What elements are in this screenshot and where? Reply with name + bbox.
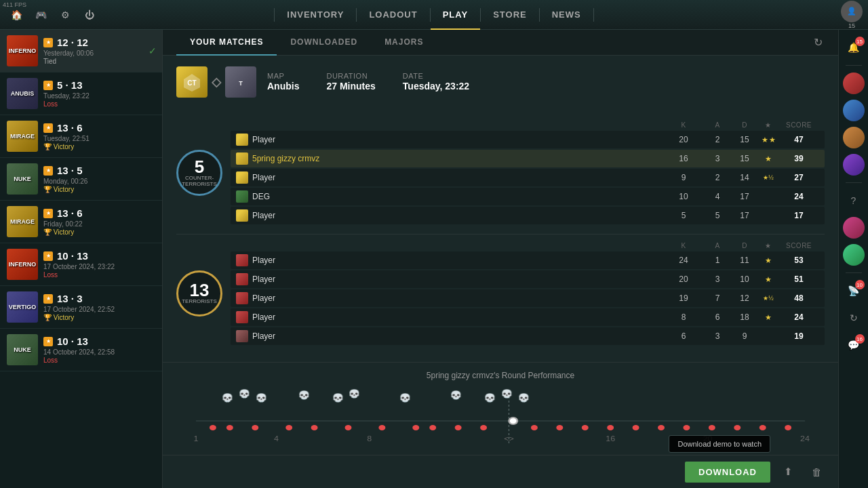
ct-player-3-name: Player [252, 173, 275, 182]
match-item-3[interactable]: MIRAGE ★ 13 · 6 Tuesday, 22:51 🏆 Victory [0, 115, 162, 158]
t-player-5-avatar [236, 330, 248, 342]
t-player-2-name-cell: Player [236, 273, 663, 285]
match-detail-header: CT ◇ T Map Anubis Duration 27 Minutes [163, 56, 838, 119]
team-divider [176, 234, 825, 235]
match-info-7: ★ 13 · 3 17 October 2024, 22:52 🏆 Victor… [43, 293, 155, 321]
match-result-8: Loss [43, 357, 155, 364]
t-player-4-name: Player [252, 312, 275, 322]
nav-news[interactable]: NEWS [540, 0, 593, 30]
ct-p2-stars: ★ [758, 155, 778, 163]
ct-player-row-2[interactable]: 5pring gizzy crmvz 16 3 15 ★ 39 [231, 150, 825, 167]
table-header-t: K A D ★ Score [231, 240, 825, 251]
share-button[interactable]: ⬆ [777, 461, 799, 483]
sidebar-avatar-2[interactable] [842, 98, 866, 123]
ct-player-4-name-cell: DEG [236, 190, 663, 203]
t-player-row-4[interactable]: Player 8 6 18 ★ 24 [231, 308, 825, 326]
ct-p1-a: 2 [704, 135, 731, 144]
message-badge: 16 [855, 334, 865, 344]
power-button[interactable]: ⏻ [79, 4, 100, 26]
tabs-bar: YOUR MATCHES DOWNLOADED MAJORS ↻ [163, 30, 838, 56]
t-player-row-5[interactable]: Player 6 3 9 19 [231, 327, 825, 345]
download-area: Download demo to watch DOWNLOAD ⬆ 🗑 [163, 455, 838, 488]
radio-button[interactable]: 📡 10 [842, 279, 866, 303]
nav-inventory[interactable]: INVENTORY [275, 0, 356, 30]
nav-loadout[interactable]: LOADOUT [357, 0, 429, 30]
match-item-5[interactable]: MIRAGE ★ 13 · 6 Friday, 00:22 🏆 Victory [0, 201, 162, 243]
map-icon-inferno-1: INFERNO [7, 35, 38, 66]
home-button[interactable]: 🏠 [5, 4, 27, 26]
t-team-icon: T [225, 66, 256, 98]
refresh-sidebar-button[interactable]: ↻ [842, 306, 866, 330]
nav-icons-right: 👤 15 [841, 1, 868, 29]
csgo-icon[interactable]: 🎮 [30, 4, 52, 26]
main-layout: INFERNO ★ 12 · 12 Yesterday, 00:06 Tied … [0, 30, 868, 488]
ct-player-3-name-cell: Player [236, 171, 663, 184]
map-label: Map [267, 72, 299, 80]
t-player-2-avatar [236, 273, 248, 285]
svg-point-16 [210, 425, 216, 430]
ct-p4-a: 4 [704, 192, 731, 201]
match-item-8[interactable]: NUKE ★ 10 · 13 14 October 2024, 22:58 Lo… [0, 329, 162, 371]
tab-downloaded[interactable]: DOWNLOADED [277, 30, 371, 56]
t-p2-score: 51 [778, 274, 819, 284]
match-score-8: 10 · 13 [57, 336, 88, 347]
sidebar-avatar-1[interactable] [842, 71, 866, 96]
sidebar-avatar-6[interactable] [842, 243, 866, 267]
t-p3-k: 19 [663, 293, 704, 303]
svg-text:8: 8 [367, 435, 372, 443]
download-button[interactable]: DOWNLOAD [685, 462, 770, 483]
match-item-4[interactable]: NUKE ★ 13 · 5 Monday, 00:26 🏆 Victory [0, 158, 162, 201]
t-player-row-3[interactable]: Player 19 7 12 ★½ 48 [231, 289, 825, 307]
t-team-section: 13 TERRORISTS K A D ★ Score [176, 240, 825, 346]
t-p4-d: 18 [731, 312, 758, 322]
match-item-2[interactable]: ANUBIS ★ 5 · 13 Tuesday, 23:22 Loss [0, 73, 162, 115]
ct-player-row-3[interactable]: Player 9 2 14 ★½ 27 [231, 169, 825, 186]
nav-store[interactable]: STORE [481, 0, 539, 30]
check-mark-1: ✓ [149, 45, 157, 56]
player-avatar-nav[interactable]: 👤 [841, 1, 863, 22]
ct-player-row-5[interactable]: Player 5 5 17 17 [231, 207, 825, 224]
notification-button[interactable]: 🔔 15 [842, 35, 866, 60]
delete-button[interactable]: 🗑 [806, 461, 827, 483]
duration-label: Duration [326, 72, 375, 80]
t-p5-d: 9 [731, 331, 758, 341]
ct-player-row-4[interactable]: DEG 10 4 17 24 [231, 188, 825, 205]
svg-point-18 [252, 425, 258, 430]
svg-point-32 [633, 425, 639, 430]
t-score: 13 [190, 281, 210, 299]
settings-button[interactable]: ⚙ [54, 4, 76, 26]
nav-play[interactable]: PLAY [431, 0, 480, 30]
t-player-4-name-cell: Player [236, 311, 663, 323]
tab-majors[interactable]: MAJORS [371, 30, 437, 56]
ct-score-circle: 5 COUNTER-TERRORISTS [176, 150, 222, 196]
ct-p3-a: 2 [704, 173, 731, 182]
ct-p3-k: 9 [663, 173, 704, 182]
sidebar-avatar-4[interactable] [842, 152, 866, 177]
sidebar-avatar-5[interactable] [842, 216, 866, 240]
svg-point-36 [734, 425, 741, 430]
ct-player-row-1[interactable]: Player 20 2 15 ★★ 47 [231, 131, 825, 148]
match-item-7[interactable]: VERTIGO ★ 13 · 3 17 October 2024, 22:52 … [0, 286, 162, 329]
refresh-button[interactable]: ↻ [808, 33, 827, 52]
t-p4-a: 6 [704, 312, 731, 322]
message-button[interactable]: 💬 16 [842, 333, 866, 357]
tab-your-matches[interactable]: YOUR MATCHES [176, 30, 277, 56]
t-label: TERRORISTS [182, 299, 217, 305]
help-button-1[interactable]: ? [842, 188, 866, 213]
match-mode-icon-2: ★ [43, 81, 53, 90]
match-item-1[interactable]: INFERNO ★ 12 · 12 Yesterday, 00:06 Tied … [0, 30, 162, 73]
round-perf-title: 5pring gizzy crmvz's Round Performance [176, 371, 825, 380]
sidebar-avatar-3[interactable] [842, 125, 866, 150]
map-icon-nuke-4: NUKE [7, 163, 38, 195]
ct-team-section: 5 COUNTER-TERRORISTS K A D ★ Score [176, 119, 825, 226]
match-result-4: 🏆 Victory [43, 186, 155, 193]
svg-point-33 [658, 425, 665, 430]
t-player-row-2[interactable]: Player 20 3 10 ★ 51 [231, 270, 825, 288]
scoreboard: 5 COUNTER-TERRORISTS K A D ★ Score [163, 119, 838, 362]
match-result-3: 🏆 Victory [43, 143, 155, 150]
match-item-6[interactable]: INFERNO ★ 10 · 13 17 October 2024, 23:22… [0, 243, 162, 286]
date-label: Date [403, 72, 469, 80]
t-player-3-name-cell: Player [236, 292, 663, 304]
t-player-row-1[interactable]: Player 24 1 11 ★ 53 [231, 251, 825, 269]
ct-p2-d: 15 [731, 154, 758, 163]
